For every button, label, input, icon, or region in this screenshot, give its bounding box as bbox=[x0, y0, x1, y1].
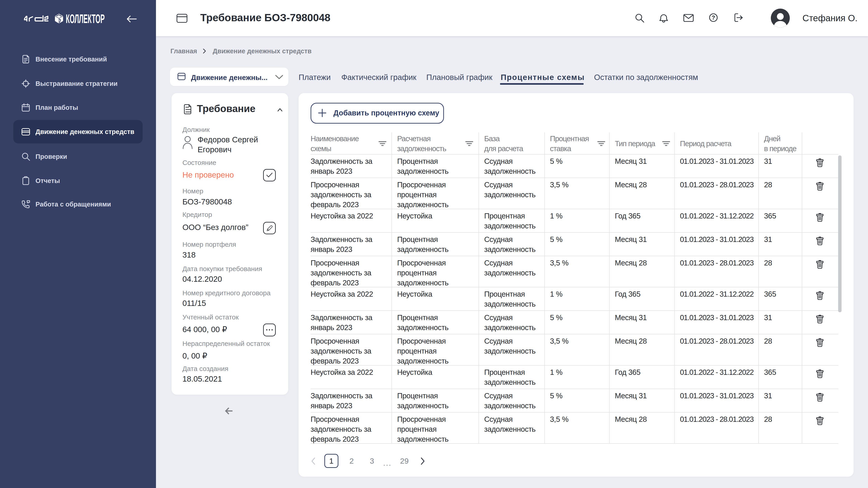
svg-text:?: ? bbox=[712, 14, 715, 21]
svg-text:КОЛЛЕКТОР: КОЛЛЕКТОР bbox=[66, 13, 105, 25]
